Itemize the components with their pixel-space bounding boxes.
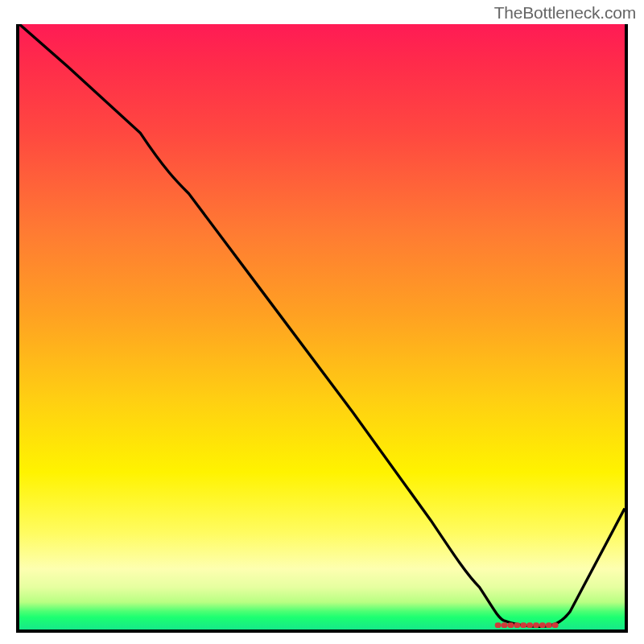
chart-canvas: TheBottleneck.com [0, 0, 644, 644]
marker-layer [19, 24, 625, 630]
attribution-text: TheBottleneck.com [494, 3, 636, 23]
plot-area [16, 24, 628, 633]
